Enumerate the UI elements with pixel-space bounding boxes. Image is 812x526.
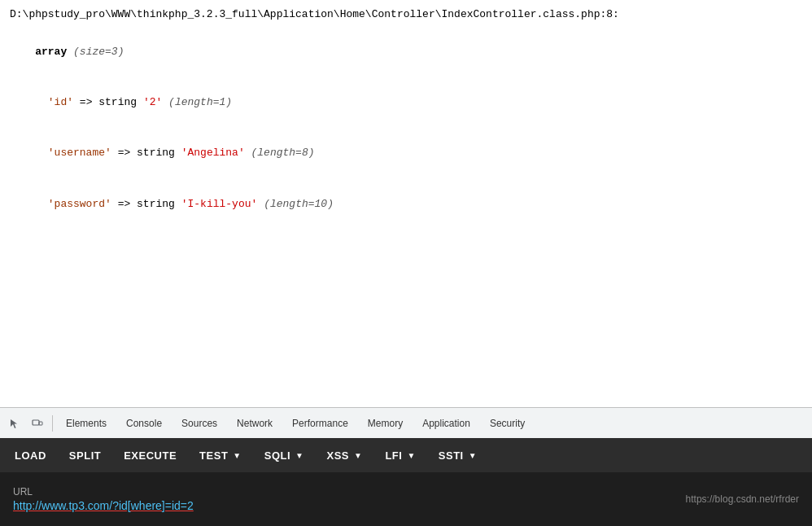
tab-security[interactable]: Security [480,408,535,439]
length-id: (length=1) [168,96,232,108]
test-button[interactable]: TEST ▼ [188,438,253,472]
load-button[interactable]: LOAD [3,438,58,472]
execute-button[interactable]: EXECUTE [112,438,188,472]
tab-performance[interactable]: Performance [282,408,358,439]
devtools-bar: Elements Console Sources Network Perform… [0,407,812,438]
entry-password: 'password' => string 'I-kill-you' (lengt… [10,179,802,230]
entry-username: 'username' => string 'Angelina' (length=… [10,129,802,179]
lfi-button[interactable]: LFI ▼ [373,438,426,472]
length-username: (length=8) [251,147,315,159]
value-username: 'Angelina' [181,147,245,159]
url-bar: URL http://www.tp3.com/?id[where]=id=2 h… [0,472,812,526]
tab-console[interactable]: Console [116,408,172,439]
tab-network[interactable]: Network [227,408,282,439]
type-3: string [137,198,175,210]
ssti-dropdown-arrow: ▼ [469,451,477,460]
url-left: URL http://www.tp3.com/?id[where]=id=2 [13,486,194,512]
arrow-1: => [80,96,93,108]
arrow-2: => [118,147,131,159]
array-declaration: array (size=3) [10,27,802,77]
cursor-icon-btn[interactable] [3,412,26,435]
sqli-button[interactable]: SQLI ▼ [253,438,316,472]
arrow-3: => [118,198,131,210]
sqli-dropdown-arrow: ▼ [295,451,303,460]
svg-rect-0 [33,420,39,425]
entry-id: 'id' => string '2' (length=1) [10,77,802,128]
key-password: 'password' [48,198,111,210]
url-attribution: https://blog.csdn.net/rfrder [686,493,799,505]
sqli-label: SQLI [264,449,290,462]
value-id: '2' [143,96,162,108]
tab-memory[interactable]: Memory [358,408,413,439]
devtools-separator-1 [52,415,53,432]
type-1: string [98,96,137,108]
window-icon-btn[interactable] [26,412,49,435]
url-label: URL [13,486,194,498]
url-value[interactable]: http://www.tp3.com/?id[where]=id=2 [13,499,194,512]
main-content: D:\phpstudy_pro\WWW\thinkphp_3.2.3_full\… [0,0,812,407]
filepath: D:\phpstudy_pro\WWW\thinkphp_3.2.3_full\… [10,7,802,24]
xss-button[interactable]: XSS ▼ [315,438,373,472]
array-keyword: array [35,46,67,58]
key-username: 'username' [48,147,111,159]
ssti-label: SSTI [439,449,464,462]
xss-label: XSS [326,449,349,462]
tab-application[interactable]: Application [413,408,480,439]
lfi-dropdown-arrow: ▼ [407,451,415,460]
type-2: string [137,147,175,159]
test-label: TEST [199,449,228,462]
split-button[interactable]: SPLIT [58,438,112,472]
test-dropdown-arrow: ▼ [233,451,241,460]
array-meta: (size=3) [73,46,124,58]
tab-sources[interactable]: Sources [172,408,227,439]
lfi-label: LFI [385,449,402,462]
xss-dropdown-arrow: ▼ [354,451,362,460]
tab-elements[interactable]: Elements [56,408,116,439]
ssti-button[interactable]: SSTI ▼ [427,438,488,472]
length-password: (length=10) [264,198,334,210]
toolbar: LOAD SPLIT EXECUTE TEST ▼ SQLI ▼ XSS ▼ L… [0,438,812,472]
value-password: 'I-kill-you' [181,198,258,210]
key-id: 'id' [48,96,73,108]
